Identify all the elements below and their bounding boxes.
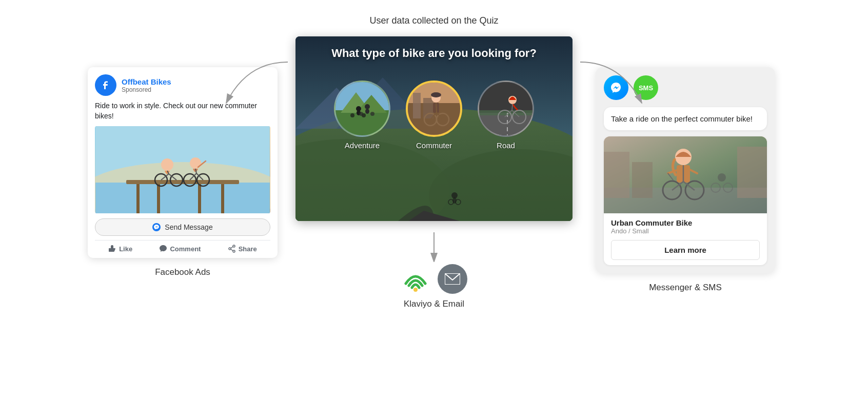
share-icon (228, 245, 236, 253)
svg-rect-83 (737, 147, 767, 198)
svg-rect-81 (604, 152, 629, 198)
messenger-product-info: Urban Commuter Bike Ando / Small Learn m… (604, 213, 767, 265)
messenger-product-card: Urban Commuter Bike Ando / Small Learn m… (604, 136, 767, 265)
learn-more-button[interactable]: Learn more (611, 240, 760, 260)
road-image (479, 82, 534, 137)
fb-actions: Like Comment (95, 240, 270, 253)
svg-point-76 (413, 288, 418, 292)
fb-send-message-button[interactable]: Send Message (95, 218, 270, 236)
fb-avatar (95, 74, 116, 96)
top-label: User data collected on the Quiz (369, 15, 498, 26)
svg-point-48 (365, 104, 370, 109)
svg-rect-3 (95, 183, 270, 213)
facebook-logo-icon (99, 78, 112, 92)
email-icon (438, 264, 467, 294)
fb-comment-label: Comment (170, 245, 201, 253)
arrow-right-svg (570, 52, 652, 113)
fb-post-image (95, 126, 270, 213)
arrow-down-svg (424, 231, 444, 262)
svg-rect-55 (423, 98, 433, 118)
product-image-svg (604, 136, 767, 213)
svg-rect-8 (221, 184, 224, 213)
svg-point-23 (233, 245, 235, 247)
svg-point-50 (359, 112, 363, 116)
klaviyo-icon (401, 264, 430, 294)
klaviyo-label: Klaviyo & Email (404, 299, 464, 309)
fb-send-label: Send Message (165, 223, 212, 231)
messenger-section-label: Messenger & SMS (649, 283, 722, 293)
quiz-option-adventure-label: Adventure (345, 141, 380, 150)
quiz-overlay: What type of bike are you looking for? (295, 47, 573, 150)
quiz-option-adventure[interactable]: Adventure (334, 81, 390, 150)
svg-point-94 (718, 173, 726, 182)
product-name: Urban Commuter Bike (611, 218, 760, 227)
quiz-option-commuter[interactable]: Commuter (406, 81, 462, 150)
quiz-card: What type of bike are you looking for? (295, 36, 573, 221)
fb-share-label: Share (239, 245, 257, 253)
fb-like-label: Like (119, 245, 132, 253)
quiz-circle-adventure (334, 81, 390, 137)
quiz-option-road-label: Road (497, 141, 515, 150)
svg-line-63 (436, 103, 437, 112)
quiz-option-road[interactable]: Road (478, 81, 534, 150)
fb-scene-svg (95, 126, 270, 213)
messenger-icon (152, 223, 161, 231)
svg-rect-54 (413, 93, 421, 118)
arrow-down (424, 231, 444, 264)
facebook-section-label: Facebook Ads (155, 267, 210, 277)
svg-point-57 (431, 92, 441, 97)
quiz-section: What type of bike are you looking for? (290, 36, 578, 309)
quiz-circle-road (478, 81, 534, 137)
quiz-circle-commuter (406, 81, 462, 137)
quiz-question: What type of bike are you looking for? (316, 47, 552, 60)
product-variant: Ando / Small (611, 227, 760, 235)
svg-point-46 (350, 113, 354, 117)
svg-point-25 (229, 248, 231, 250)
page-container: User data collected on the Quiz Offbeat … (0, 0, 868, 401)
svg-line-27 (231, 249, 233, 251)
svg-line-73 (512, 104, 512, 110)
like-icon (108, 245, 116, 253)
quiz-option-commuter-label: Commuter (416, 141, 452, 150)
fb-like[interactable]: Like (108, 245, 132, 253)
svg-point-24 (233, 250, 235, 252)
klaviyo-section: Klaviyo & Email (401, 264, 467, 309)
fb-brand-info: Offbeat Bikes Sponsored (122, 77, 171, 93)
svg-line-26 (231, 247, 233, 248)
adventure-image (336, 82, 390, 137)
arrow-left-svg (216, 52, 298, 113)
fb-comment[interactable]: Comment (159, 245, 201, 253)
svg-rect-82 (632, 162, 653, 198)
messenger-product-image (604, 136, 767, 213)
fb-brand-name: Offbeat Bikes (122, 77, 171, 86)
svg-point-49 (365, 109, 369, 114)
svg-rect-5 (136, 184, 140, 213)
email-envelope-icon (445, 273, 460, 285)
klaviyo-email-icons (401, 264, 467, 294)
svg-point-9 (161, 158, 173, 171)
svg-rect-7 (198, 184, 201, 213)
klaviyo-logo-icon (401, 264, 430, 294)
main-row: Offbeat Bikes Sponsored Ride to work in … (0, 36, 868, 309)
fb-share[interactable]: Share (228, 245, 257, 253)
svg-rect-6 (157, 184, 160, 213)
svg-point-51 (370, 112, 374, 116)
fb-sponsored: Sponsored (122, 86, 171, 93)
commuter-image (408, 83, 462, 137)
quiz-options: Adventure (334, 81, 534, 150)
svg-point-15 (190, 157, 201, 169)
comment-icon (159, 245, 167, 253)
